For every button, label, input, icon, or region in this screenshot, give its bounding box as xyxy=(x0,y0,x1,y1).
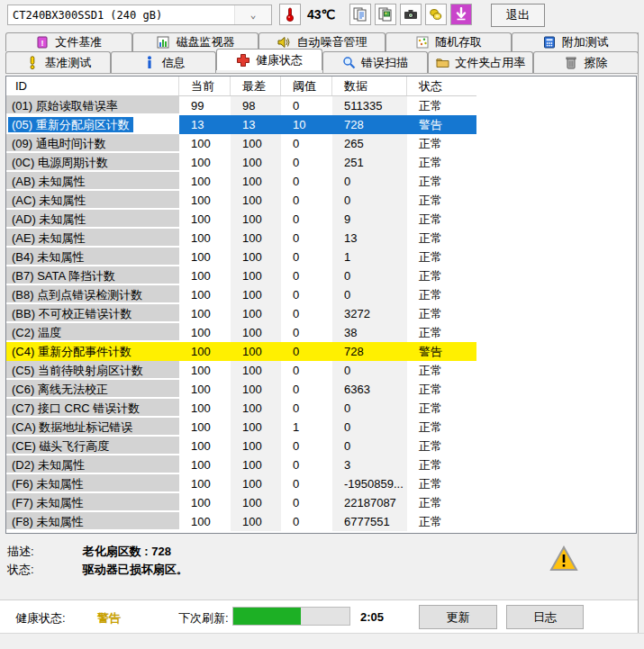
coins-button[interactable] xyxy=(425,4,447,25)
download-button[interactable] xyxy=(450,4,472,25)
threshold-cell: 0 xyxy=(281,172,332,191)
table-row[interactable]: (D2) 未知属性 100 100 0 3 正常 xyxy=(6,455,476,474)
tab-benchmark[interactable]: 基准测试 xyxy=(5,51,111,73)
refresh-progress-fill xyxy=(233,608,301,625)
attribute-id-cell: (F8) 未知属性 xyxy=(6,512,179,531)
update-button-label: 更新 xyxy=(447,609,470,626)
worst-cell: 100 xyxy=(231,153,281,172)
attribute-id-cell: (B4) 未知属性 xyxy=(6,248,179,266)
current-cell: 100 xyxy=(179,304,231,323)
table-row[interactable]: (AD) 未知属性 100 100 0 9 正常 xyxy=(6,210,476,229)
current-cell: 100 xyxy=(179,172,231,191)
current-cell: 100 xyxy=(179,361,231,380)
exit-button-label: 退出 xyxy=(506,7,530,23)
table-row[interactable]: (C7) 接口 CRC 错误计数 100 100 0 0 正常 xyxy=(6,399,476,418)
drive-select-combobox[interactable]: CT240BX300SSD1 (240 gB) ⌄ xyxy=(7,5,272,25)
tab-health-status[interactable]: 健康状态 xyxy=(216,49,322,70)
table-header-row: ID 当前 最差 阈值 数据 状态 xyxy=(6,77,476,96)
threshold-cell: 0 xyxy=(281,248,332,266)
table-row[interactable]: (B8) 点到点错误检测计数 100 100 0 0 正常 xyxy=(6,285,476,304)
table-row[interactable]: (B4) 未知属性 100 100 0 1 正常 xyxy=(6,248,476,266)
tab-row-1: ! 文件基准 磁盘监视器 自动噪音管理 随机存取 附加测试 xyxy=(5,32,639,51)
attribute-id-cell: (F7) 未知属性 xyxy=(6,493,179,512)
file-benchmark-icon: ! xyxy=(35,35,50,50)
status-cell: 正常 xyxy=(407,96,476,115)
update-button[interactable]: 更新 xyxy=(419,605,497,629)
worst-cell: 100 xyxy=(231,455,281,474)
table-row[interactable]: (C6) 离线无法校正 100 100 0 6363 正常 xyxy=(6,380,476,399)
attribute-id-cell: (05) 重新分配扇区计数 xyxy=(6,115,179,134)
status-cell: 正常 xyxy=(407,512,476,531)
table-row[interactable]: (01) 原始读取错误率 99 98 0 511335 正常 xyxy=(6,96,476,115)
table-row[interactable]: (09) 通电时间计数 100 100 0 265 正常 xyxy=(6,134,476,153)
threshold-cell: 0 xyxy=(281,380,332,399)
download-arrow-icon xyxy=(454,7,468,22)
tab-file-benchmark[interactable]: ! 文件基准 xyxy=(5,32,132,51)
table-row[interactable]: (AC) 未知属性 100 100 0 0 正常 xyxy=(6,191,476,210)
tab-error-scan[interactable]: 错误扫描 xyxy=(322,51,428,73)
tab-label: 错误扫描 xyxy=(361,55,408,71)
tab-label: 随机存取 xyxy=(435,34,482,50)
table-row[interactable]: (C5) 当前待映射扇区计数 100 100 0 0 正常 xyxy=(6,361,476,380)
tab-extra-tests[interactable]: 附加测试 xyxy=(512,32,639,51)
tab-label: 擦除 xyxy=(584,55,607,71)
screenshot-button[interactable] xyxy=(400,4,422,25)
table-row[interactable]: (0C) 电源周期计数 100 100 0 251 正常 xyxy=(6,153,476,172)
status-cell: 警告 xyxy=(407,342,476,361)
table-row[interactable]: (F8) 未知属性 100 100 0 6777551 正常 xyxy=(6,512,476,531)
column-header-id: ID xyxy=(6,77,179,95)
copy-text-button[interactable] xyxy=(349,4,371,25)
status-cell: 正常 xyxy=(407,437,476,455)
threshold-cell: 0 xyxy=(281,229,332,248)
table-row[interactable]: (05) 重新分配扇区计数 13 13 10 728 警告 xyxy=(6,115,476,134)
copy-image-button[interactable] xyxy=(375,4,396,25)
worst-cell: 100 xyxy=(231,266,281,285)
table-row[interactable]: (F7) 未知属性 100 100 0 22187087 正常 xyxy=(6,493,476,512)
worst-cell: 100 xyxy=(231,248,281,266)
tab-erase[interactable]: 擦除 xyxy=(533,51,639,73)
worst-cell: 100 xyxy=(231,380,281,399)
threshold-cell: 0 xyxy=(281,342,332,361)
worst-cell: 100 xyxy=(231,304,281,323)
worst-cell: 98 xyxy=(231,96,281,115)
attribute-id-cell: (B8) 点到点错误检测计数 xyxy=(6,285,179,304)
status-label: 状态: xyxy=(7,562,79,578)
table-row[interactable]: (C2) 温度 100 100 0 38 正常 xyxy=(6,323,476,342)
threshold-cell: 0 xyxy=(281,134,332,153)
status-cell: 正常 xyxy=(407,323,476,342)
table-row[interactable]: (BB) 不可校正错误计数 100 100 0 3272 正常 xyxy=(6,304,476,323)
data-cell: 9 xyxy=(332,210,407,229)
data-cell: 0 xyxy=(332,399,407,418)
table-row[interactable]: (B7) SATA 降挡计数 100 100 0 0 正常 xyxy=(6,266,476,285)
data-cell: 511335 xyxy=(332,96,407,115)
tab-random-access[interactable]: 随机存取 xyxy=(385,32,512,51)
threshold-cell: 0 xyxy=(281,437,332,455)
threshold-cell: 0 xyxy=(281,191,332,210)
table-row[interactable]: (F6) 未知属性 100 100 0 -1950859... 正常 xyxy=(6,474,476,493)
chevron-down-icon: ⌄ xyxy=(234,5,271,24)
table-row[interactable]: (AE) 未知属性 100 100 0 13 正常 xyxy=(6,229,476,248)
table-row[interactable]: (AB) 未知属性 100 100 0 0 正常 xyxy=(6,172,476,191)
exit-button[interactable]: 退出 xyxy=(491,4,545,27)
table-row[interactable]: (C4) 重新分配事件计数 100 100 0 728 警告 xyxy=(6,342,476,361)
tab-info[interactable]: 信息 xyxy=(111,51,216,73)
threshold-cell: 0 xyxy=(281,266,332,285)
data-cell: 728 xyxy=(332,342,407,361)
status-cell: 正常 xyxy=(407,191,476,210)
tab-folder-usage[interactable]: 文件夹占用率 xyxy=(428,51,533,73)
current-cell: 100 xyxy=(179,380,231,399)
attribute-id-cell: (AE) 未知属性 xyxy=(6,229,179,248)
attribute-id-cell: (CA) 数据地址标记错误 xyxy=(6,418,179,437)
log-button[interactable]: 日志 xyxy=(506,605,584,629)
data-cell: 1 xyxy=(332,248,407,266)
threshold-cell: 0 xyxy=(281,474,332,493)
threshold-cell: 0 xyxy=(281,96,332,115)
next-refresh-label: 下次刷新: xyxy=(178,610,229,626)
tab-row-2: 基准测试 信息 健康状态 错误扫描 文件夹占用率 xyxy=(5,51,639,74)
attribute-id-cell: (D2) 未知属性 xyxy=(6,455,179,474)
table-row[interactable]: (CA) 数据地址标记错误 100 100 1 0 正常 xyxy=(6,418,476,437)
smart-table-body: (01) 原始读取错误率 99 98 0 511335 正常 (05) 重新分配… xyxy=(6,96,636,531)
table-row[interactable]: (CE) 磁头飞行高度 100 100 0 0 正常 xyxy=(6,437,476,455)
attribute-id-cell: (CE) 磁头飞行高度 xyxy=(6,437,179,455)
worst-cell: 100 xyxy=(231,474,281,493)
